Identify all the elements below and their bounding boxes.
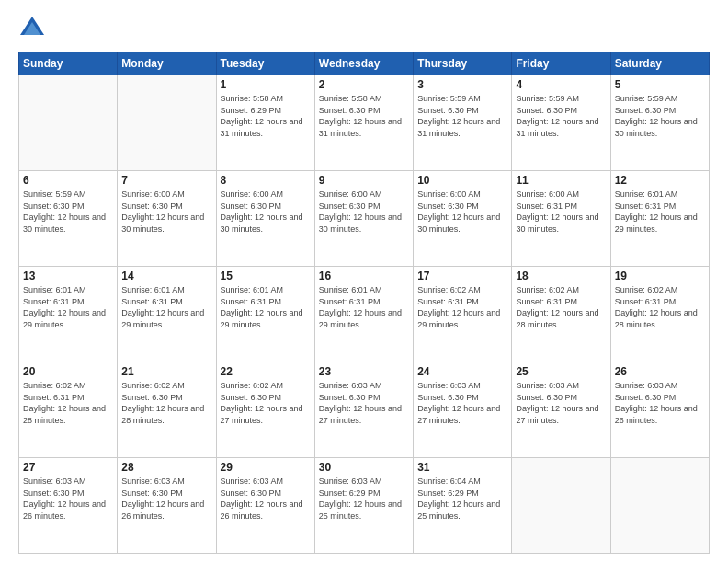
day-info: Sunrise: 5:59 AMSunset: 6:30 PMDaylight:… — [417, 93, 507, 139]
day-number: 24 — [417, 365, 507, 378]
day-info: Sunrise: 6:00 AMSunset: 6:30 PMDaylight:… — [319, 189, 409, 235]
day-number: 16 — [319, 270, 409, 282]
day-info: Sunrise: 6:02 AMSunset: 6:31 PMDaylight:… — [516, 284, 606, 330]
day-info: Sunrise: 6:02 AMSunset: 6:30 PMDaylight:… — [221, 380, 311, 426]
day-info: Sunrise: 5:59 AMSunset: 6:30 PMDaylight:… — [23, 189, 113, 235]
day-number: 8 — [221, 174, 311, 187]
day-number: 3 — [417, 78, 507, 91]
day-info: Sunrise: 5:59 AMSunset: 6:30 PMDaylight:… — [516, 93, 606, 139]
weekday-header-sunday: Sunday — [19, 52, 118, 75]
weekday-header-tuesday: Tuesday — [216, 52, 314, 75]
day-number: 6 — [23, 174, 113, 187]
day-info: Sunrise: 6:00 AMSunset: 6:30 PMDaylight:… — [121, 189, 211, 235]
calendar-cell: 9Sunrise: 6:00 AMSunset: 6:30 PMDaylight… — [314, 171, 413, 267]
day-number: 30 — [319, 461, 409, 474]
day-number: 26 — [615, 365, 705, 378]
day-info: Sunrise: 6:03 AMSunset: 6:29 PMDaylight:… — [319, 476, 409, 522]
calendar-cell — [19, 75, 118, 171]
calendar-cell — [512, 458, 610, 554]
day-info: Sunrise: 6:02 AMSunset: 6:30 PMDaylight:… — [121, 380, 211, 426]
day-info: Sunrise: 6:03 AMSunset: 6:30 PMDaylight:… — [23, 476, 113, 522]
day-number: 11 — [516, 174, 606, 187]
calendar-week-row: 1Sunrise: 5:58 AMSunset: 6:29 PMDaylight… — [19, 75, 710, 171]
day-number: 19 — [615, 270, 705, 282]
day-number: 9 — [319, 174, 409, 187]
logo-icon — [18, 15, 46, 42]
day-info: Sunrise: 6:01 AMSunset: 6:31 PMDaylight:… — [23, 284, 113, 330]
calendar-week-row: 6Sunrise: 5:59 AMSunset: 6:30 PMDaylight… — [19, 171, 710, 267]
day-number: 23 — [319, 365, 409, 378]
weekday-header-thursday: Thursday — [414, 52, 512, 75]
day-info: Sunrise: 6:03 AMSunset: 6:30 PMDaylight:… — [121, 476, 211, 522]
calendar-cell: 25Sunrise: 6:03 AMSunset: 6:30 PMDayligh… — [512, 362, 610, 458]
calendar-cell: 29Sunrise: 6:03 AMSunset: 6:30 PMDayligh… — [216, 458, 314, 554]
day-info: Sunrise: 6:02 AMSunset: 6:31 PMDaylight:… — [417, 284, 507, 330]
calendar-cell: 14Sunrise: 6:01 AMSunset: 6:31 PMDayligh… — [118, 267, 216, 362]
day-number: 31 — [417, 461, 507, 474]
day-number: 18 — [516, 270, 606, 282]
calendar-cell — [610, 458, 709, 554]
day-info: Sunrise: 6:03 AMSunset: 6:30 PMDaylight:… — [319, 380, 409, 426]
calendar-cell — [118, 75, 216, 171]
day-number: 12 — [615, 174, 705, 187]
calendar-cell: 22Sunrise: 6:02 AMSunset: 6:30 PMDayligh… — [216, 362, 314, 458]
day-info: Sunrise: 6:00 AMSunset: 6:30 PMDaylight:… — [221, 189, 311, 235]
day-number: 14 — [121, 270, 211, 282]
calendar-cell: 8Sunrise: 6:00 AMSunset: 6:30 PMDaylight… — [216, 171, 314, 267]
calendar-cell: 10Sunrise: 6:00 AMSunset: 6:30 PMDayligh… — [414, 171, 512, 267]
calendar-cell: 18Sunrise: 6:02 AMSunset: 6:31 PMDayligh… — [512, 267, 610, 362]
calendar-cell: 19Sunrise: 6:02 AMSunset: 6:31 PMDayligh… — [610, 267, 709, 362]
logo — [18, 15, 50, 42]
weekday-header-friday: Friday — [512, 52, 610, 75]
calendar-cell: 16Sunrise: 6:01 AMSunset: 6:31 PMDayligh… — [314, 267, 413, 362]
day-info: Sunrise: 6:03 AMSunset: 6:30 PMDaylight:… — [417, 380, 507, 426]
weekday-header-wednesday: Wednesday — [314, 52, 413, 75]
day-number: 1 — [221, 78, 311, 91]
day-info: Sunrise: 6:01 AMSunset: 6:31 PMDaylight:… — [121, 284, 211, 330]
calendar-cell: 21Sunrise: 6:02 AMSunset: 6:30 PMDayligh… — [118, 362, 216, 458]
calendar-cell: 6Sunrise: 5:59 AMSunset: 6:30 PMDaylight… — [19, 171, 118, 267]
calendar-cell: 5Sunrise: 5:59 AMSunset: 6:30 PMDaylight… — [610, 75, 709, 171]
calendar-cell: 13Sunrise: 6:01 AMSunset: 6:31 PMDayligh… — [19, 267, 118, 362]
calendar-week-row: 13Sunrise: 6:01 AMSunset: 6:31 PMDayligh… — [19, 267, 710, 362]
day-info: Sunrise: 5:58 AMSunset: 6:29 PMDaylight:… — [221, 93, 311, 139]
day-number: 25 — [516, 365, 606, 378]
calendar-cell: 24Sunrise: 6:03 AMSunset: 6:30 PMDayligh… — [414, 362, 512, 458]
calendar-cell: 15Sunrise: 6:01 AMSunset: 6:31 PMDayligh… — [216, 267, 314, 362]
day-number: 10 — [417, 174, 507, 187]
calendar-cell: 12Sunrise: 6:01 AMSunset: 6:31 PMDayligh… — [610, 171, 709, 267]
day-number: 2 — [319, 78, 409, 91]
day-number: 5 — [615, 78, 705, 91]
day-number: 27 — [23, 461, 113, 474]
calendar-week-row: 27Sunrise: 6:03 AMSunset: 6:30 PMDayligh… — [19, 458, 710, 554]
day-number: 17 — [417, 270, 507, 282]
day-info: Sunrise: 6:03 AMSunset: 6:30 PMDaylight:… — [615, 380, 705, 426]
page: SundayMondayTuesdayWednesdayThursdayFrid… — [0, 0, 728, 563]
calendar-cell: 31Sunrise: 6:04 AMSunset: 6:29 PMDayligh… — [414, 458, 512, 554]
header — [18, 15, 710, 42]
day-info: Sunrise: 6:02 AMSunset: 6:31 PMDaylight:… — [23, 380, 113, 426]
day-number: 20 — [23, 365, 113, 378]
day-info: Sunrise: 6:01 AMSunset: 6:31 PMDaylight:… — [319, 284, 409, 330]
calendar-cell: 23Sunrise: 6:03 AMSunset: 6:30 PMDayligh… — [314, 362, 413, 458]
calendar-cell: 11Sunrise: 6:00 AMSunset: 6:31 PMDayligh… — [512, 171, 610, 267]
day-info: Sunrise: 5:58 AMSunset: 6:30 PMDaylight:… — [319, 93, 409, 139]
day-number: 15 — [221, 270, 311, 282]
day-info: Sunrise: 6:00 AMSunset: 6:30 PMDaylight:… — [417, 189, 507, 235]
day-info: Sunrise: 6:03 AMSunset: 6:30 PMDaylight:… — [221, 476, 311, 522]
calendar-header-row: SundayMondayTuesdayWednesdayThursdayFrid… — [19, 52, 710, 75]
day-number: 21 — [121, 365, 211, 378]
day-number: 13 — [23, 270, 113, 282]
calendar-cell: 26Sunrise: 6:03 AMSunset: 6:30 PMDayligh… — [610, 362, 709, 458]
day-number: 29 — [221, 461, 311, 474]
calendar-cell: 28Sunrise: 6:03 AMSunset: 6:30 PMDayligh… — [118, 458, 216, 554]
calendar-table: SundayMondayTuesdayWednesdayThursdayFrid… — [18, 52, 710, 554]
calendar-cell: 4Sunrise: 5:59 AMSunset: 6:30 PMDaylight… — [512, 75, 610, 171]
calendar-week-row: 20Sunrise: 6:02 AMSunset: 6:31 PMDayligh… — [19, 362, 710, 458]
day-number: 7 — [121, 174, 211, 187]
calendar-cell: 3Sunrise: 5:59 AMSunset: 6:30 PMDaylight… — [414, 75, 512, 171]
calendar-cell: 2Sunrise: 5:58 AMSunset: 6:30 PMDaylight… — [314, 75, 413, 171]
weekday-header-monday: Monday — [118, 52, 216, 75]
day-info: Sunrise: 6:00 AMSunset: 6:31 PMDaylight:… — [516, 189, 606, 235]
day-number: 22 — [221, 365, 311, 378]
